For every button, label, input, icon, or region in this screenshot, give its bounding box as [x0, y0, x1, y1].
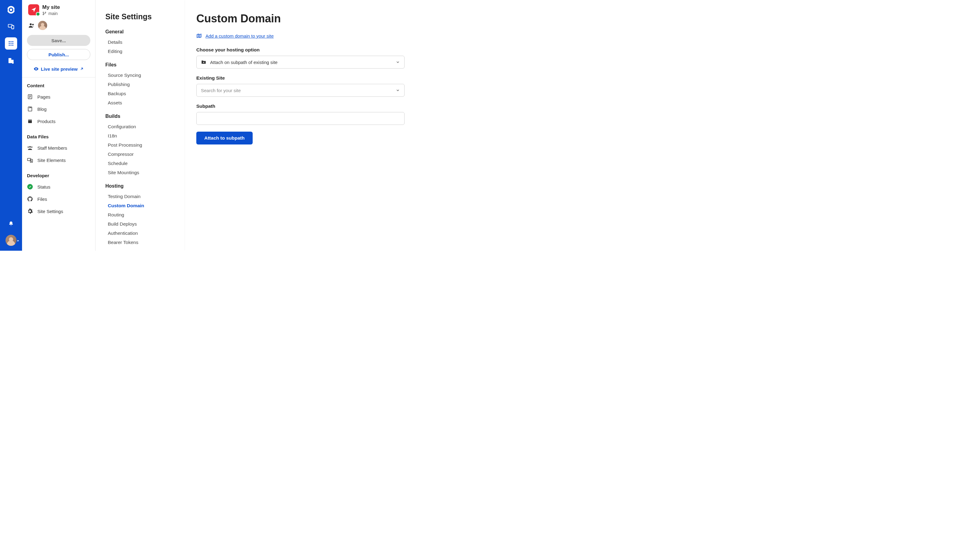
settings-item-schedule[interactable]: Schedule — [105, 159, 175, 168]
settings-item-publishing[interactable]: Publishing — [105, 80, 175, 89]
sidebar-label: Blog — [37, 106, 46, 112]
svg-point-19 — [43, 12, 44, 13]
gear-icon — [27, 208, 33, 214]
settings-item-i18n[interactable]: I18n — [105, 131, 175, 140]
sidebar-item-pages[interactable]: Pages — [27, 91, 90, 103]
sidebar-item-files[interactable]: Files — [27, 193, 90, 205]
branch-label: main — [48, 11, 57, 16]
svg-point-35 — [27, 147, 29, 148]
svg-point-11 — [10, 43, 12, 44]
apps-icon[interactable] — [5, 37, 17, 49]
settings-item-custom-domain[interactable]: Custom Domain — [105, 201, 175, 210]
settings-item-build-deploys[interactable]: Build Deploys — [105, 219, 175, 229]
sidebar-item-elements[interactable]: Site Elements — [27, 154, 90, 166]
svg-point-10 — [9, 43, 10, 44]
section-title-developer: Developer — [27, 173, 90, 178]
eye-icon — [33, 66, 39, 71]
status-icon — [27, 184, 33, 190]
sidebar-label: Files — [37, 197, 47, 202]
settings-item-authentication[interactable]: Authentication — [105, 229, 175, 238]
svg-rect-33 — [28, 119, 32, 121]
settings-item-testing-domain[interactable]: Testing Domain — [105, 192, 175, 201]
settings-item-configuration[interactable]: Configuration — [105, 122, 175, 131]
svg-point-21 — [43, 14, 44, 15]
live-preview-label: Live site preview — [41, 67, 78, 71]
chevron-down-icon — [396, 88, 400, 92]
site-users[interactable] — [22, 18, 95, 35]
svg-point-22 — [30, 23, 32, 25]
svg-rect-5 — [12, 25, 14, 29]
hosting-option-value: Attach on subpath of existing site — [210, 60, 277, 65]
bell-icon[interactable] — [5, 218, 17, 230]
user-menu[interactable]: ▸ — [5, 235, 16, 246]
hosting-option-select[interactable]: Attach on subpath of existing site — [196, 56, 404, 68]
save-button[interactable]: Save... — [27, 35, 90, 46]
sidebar: My site main Save... Publish... Live sit… — [22, 0, 95, 251]
attach-subpath-button[interactable]: Attach to subpath — [196, 132, 253, 144]
sidebar-label: Pages — [37, 94, 51, 100]
site-header[interactable]: My site main — [22, 4, 95, 18]
svg-point-12 — [12, 43, 13, 44]
svg-rect-3 — [14, 9, 16, 11]
settings-title: Site Settings — [105, 12, 175, 21]
svg-point-13 — [9, 45, 10, 46]
docs-link[interactable]: Add a custom domain to your site — [196, 33, 435, 38]
org-icon[interactable] — [5, 54, 17, 67]
existing-site-label: Existing Site — [196, 75, 435, 81]
chevron-down-icon — [396, 60, 400, 64]
devices-icon[interactable] — [5, 20, 17, 32]
box-icon — [27, 118, 33, 124]
live-preview-link[interactable]: Live site preview — [22, 64, 95, 77]
svg-point-7 — [9, 41, 10, 42]
existing-site-placeholder: Search for your site — [201, 88, 241, 93]
section-title-content: Content — [27, 83, 90, 88]
logo-icon[interactable] — [5, 4, 16, 15]
svg-point-36 — [31, 147, 32, 148]
settings-item-bearer-tokens[interactable]: Bearer Tokens — [105, 238, 175, 247]
sidebar-item-status[interactable]: Status — [27, 181, 90, 193]
settings-item-details[interactable]: Details — [105, 38, 175, 47]
hosting-option-label: Choose your hosting option — [196, 47, 435, 52]
subpath-label: Subpath — [196, 103, 435, 109]
svg-point-24 — [36, 68, 37, 70]
settings-item-routing[interactable]: Routing — [105, 210, 175, 219]
caret-right-icon: ▸ — [18, 239, 19, 242]
svg-point-1 — [10, 9, 12, 11]
settings-nav: Site Settings General Details Editing Fi… — [95, 0, 184, 251]
page-icon — [27, 94, 33, 100]
settings-group-files: Files — [105, 62, 175, 68]
sidebar-label: Staff Members — [37, 145, 67, 151]
subpath-input[interactable] — [196, 112, 404, 125]
site-icon — [28, 4, 39, 15]
settings-item-post-processing[interactable]: Post Processing — [105, 140, 175, 150]
site-branch: main — [42, 11, 60, 16]
svg-rect-16 — [9, 58, 11, 64]
settings-group-general: General — [105, 29, 175, 35]
svg-rect-2 — [6, 9, 8, 11]
nav-rail: ▸ — [0, 0, 22, 251]
settings-item-backups[interactable]: Backups — [105, 89, 175, 98]
sidebar-item-products[interactable]: Products — [27, 115, 90, 127]
settings-item-editing[interactable]: Editing — [105, 47, 175, 56]
people-icon — [28, 22, 35, 29]
publish-button[interactable]: Publish... — [27, 49, 90, 60]
sidebar-item-staff[interactable]: Staff Members — [27, 142, 90, 154]
sidebar-item-blog[interactable]: Blog — [27, 103, 90, 115]
devices-star-icon — [27, 157, 33, 163]
svg-point-14 — [10, 45, 12, 46]
svg-rect-29 — [28, 107, 32, 111]
svg-point-23 — [32, 24, 34, 25]
settings-item-compressor[interactable]: Compressor — [105, 150, 175, 159]
settings-item-site-mountings[interactable]: Site Mountings — [105, 168, 175, 177]
sidebar-item-settings[interactable]: Site Settings — [27, 205, 90, 218]
branch-icon — [42, 11, 46, 16]
external-link-icon — [80, 67, 84, 71]
settings-group-hosting: Hosting — [105, 183, 175, 189]
existing-site-select[interactable]: Search for your site — [196, 84, 404, 97]
avatar-icon — [5, 235, 16, 246]
settings-item-assets[interactable]: Assets — [105, 98, 175, 108]
svg-point-9 — [12, 41, 13, 42]
map-icon — [196, 33, 202, 38]
svg-point-20 — [45, 12, 46, 13]
settings-item-source-syncing[interactable]: Source Syncing — [105, 71, 175, 80]
